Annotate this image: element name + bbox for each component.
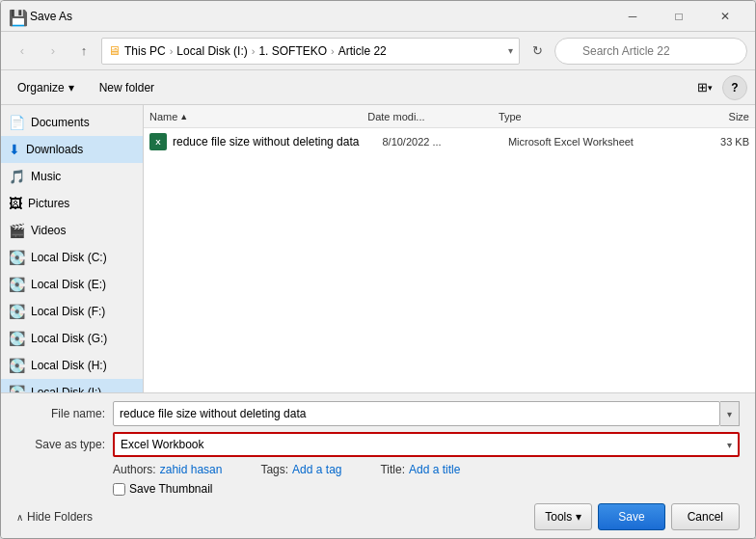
action-row: ∧ Hide Folders Tools ▾ Save Cancel: [16, 503, 740, 530]
close-button[interactable]: ✕: [703, 1, 747, 32]
organize-button[interactable]: Organize ▾: [9, 75, 83, 100]
up-button[interactable]: ↑: [70, 38, 97, 65]
sidebar-item-downloads[interactable]: ⬇ Downloads: [1, 136, 143, 163]
add-title-link[interactable]: Add a title: [409, 463, 460, 476]
organize-arrow-icon: ▾: [68, 81, 74, 94]
sidebar-label-disk-i: Local Disk (I:): [31, 386, 101, 392]
view-button[interactable]: ⊞ ▾: [691, 75, 718, 100]
toolbar: Organize ▾ New folder ⊞ ▾ ?: [1, 70, 755, 105]
forward-button[interactable]: ›: [40, 38, 67, 65]
disk-h-icon: 💽: [9, 358, 25, 373]
table-row[interactable]: X reduce file size without deleting data…: [144, 128, 755, 155]
minimize-button[interactable]: ─: [610, 1, 655, 32]
disk-g-icon: 💽: [9, 331, 25, 346]
sidebar-item-music[interactable]: 🎵 Music: [1, 163, 143, 190]
addressbar: ‹ › ↑ 🖥 This PC › Local Disk (I:) › 1. S…: [1, 32, 755, 70]
cancel-button[interactable]: Cancel: [671, 503, 740, 530]
file-size: 33 KB: [665, 136, 749, 148]
refresh-button[interactable]: ↻: [524, 38, 551, 65]
sidebar: 📄 Documents ⬇ Downloads 🎵 Music 🖼 Pictur…: [1, 105, 144, 392]
sidebar-item-disk-g[interactable]: 💽 Local Disk (G:): [1, 325, 143, 352]
documents-icon: 📄: [9, 115, 25, 130]
sidebar-item-documents[interactable]: 📄 Documents: [1, 109, 143, 136]
file-list: Name ▲ Date modi... Type Size X reduce f…: [144, 105, 755, 392]
sidebar-item-disk-i[interactable]: 💽 Local Disk (I:): [1, 379, 143, 392]
tools-arrow-icon: ▾: [576, 510, 581, 524]
action-buttons: Tools ▾ Save Cancel: [534, 503, 740, 530]
save-type-arrow-icon: ▾: [727, 440, 732, 450]
sidebar-label-disk-e: Local Disk (E:): [31, 278, 106, 291]
bottom-area: File name: ▾ Save as type: Excel Workboo…: [1, 392, 755, 538]
dialog-icon: 💾: [9, 9, 24, 24]
back-button[interactable]: ‹: [9, 38, 36, 65]
main-content: 📄 Documents ⬇ Downloads 🎵 Music 🖼 Pictur…: [1, 105, 755, 392]
help-button[interactable]: ?: [722, 75, 747, 100]
file-date: 8/10/2022 ...: [382, 136, 507, 148]
authors-value[interactable]: zahid hasan: [160, 463, 223, 476]
sidebar-label-videos: Videos: [31, 224, 66, 237]
save-type-dropdown[interactable]: Excel Workbook ▾: [113, 432, 740, 457]
sidebar-item-pictures[interactable]: 🖼 Pictures: [1, 190, 143, 217]
dialog-title: Save As: [30, 10, 610, 23]
save-type-label: Save as type:: [16, 438, 113, 451]
tools-button[interactable]: Tools ▾: [534, 503, 592, 530]
path-pc: This PC: [124, 44, 166, 58]
meta-row: Authors: zahid hasan Tags: Add a tag Tit…: [16, 463, 740, 476]
sidebar-item-disk-h[interactable]: 💽 Local Disk (H:): [1, 352, 143, 379]
file-name-input[interactable]: [113, 401, 720, 426]
sidebar-item-disk-c[interactable]: 💽 Local Disk (C:): [1, 244, 143, 271]
sidebar-label-pictures: Pictures: [28, 197, 69, 210]
titlebar-controls: ─ □ ✕: [610, 1, 747, 32]
path-folder1: 1. SOFTEKO: [258, 44, 327, 58]
hide-folders-label: Hide Folders: [27, 510, 93, 524]
file-name-dropdown-arrow[interactable]: ▾: [720, 401, 740, 426]
disk-f-icon: 💽: [9, 304, 25, 319]
sidebar-label-disk-c: Local Disk (C:): [31, 251, 107, 264]
col-date-header[interactable]: Date modi...: [367, 111, 499, 122]
file-type: Microsoft Excel Worksheet: [508, 136, 665, 148]
save-type-row: Save as type: Excel Workbook ▾: [16, 432, 740, 457]
authors-label: Authors:: [113, 463, 156, 476]
col-type-header[interactable]: Type: [499, 111, 662, 122]
help-label: ?: [731, 81, 738, 94]
path-folder2: Article 22: [338, 44, 387, 58]
hide-folders-arrow-icon: ∧: [16, 512, 23, 523]
file-name: reduce file size without deleting data: [173, 135, 382, 148]
save-button[interactable]: Save: [598, 503, 664, 530]
col-name-header[interactable]: Name ▲: [149, 111, 367, 122]
thumbnail-label: Save Thumbnail: [129, 482, 213, 496]
thumbnail-checkbox[interactable]: [113, 483, 125, 496]
new-folder-button[interactable]: New folder: [91, 75, 163, 100]
file-list-header: Name ▲ Date modi... Type Size: [144, 105, 755, 128]
music-icon: 🎵: [9, 169, 25, 184]
thumbnail-row: Save Thumbnail: [16, 482, 740, 496]
file-name-label: File name:: [16, 407, 113, 420]
sidebar-label-documents: Documents: [31, 116, 90, 129]
save-as-dialog: 💾 Save As ─ □ ✕ ‹ › ↑ 🖥 This PC › Local …: [0, 0, 756, 539]
disk-i-icon: 💽: [9, 385, 25, 392]
organize-label: Organize: [17, 81, 65, 94]
save-label: Save: [618, 510, 644, 524]
address-path[interactable]: 🖥 This PC › Local Disk (I:) › 1. SOFTEKO…: [101, 38, 520, 65]
search-input[interactable]: [554, 38, 747, 65]
sidebar-item-videos[interactable]: 🎬 Videos: [1, 217, 143, 244]
path-dropdown-arrow[interactable]: ▾: [508, 45, 513, 56]
sidebar-label-music: Music: [31, 170, 61, 183]
sidebar-label-disk-g: Local Disk (G:): [31, 332, 107, 345]
save-type-value: Excel Workbook: [121, 438, 203, 451]
sidebar-label-disk-h: Local Disk (H:): [31, 359, 107, 372]
col-size-header[interactable]: Size: [662, 111, 749, 122]
hide-folders-button[interactable]: ∧ Hide Folders: [16, 510, 93, 524]
title-label: Title:: [380, 463, 405, 476]
excel-icon: X: [149, 133, 167, 150]
sidebar-label-downloads: Downloads: [26, 143, 83, 156]
disk-c-icon: 💽: [9, 250, 25, 265]
add-tag-link[interactable]: Add a tag: [292, 463, 341, 476]
sidebar-item-disk-e[interactable]: 💽 Local Disk (E:): [1, 271, 143, 298]
maximize-button[interactable]: □: [657, 1, 701, 32]
view-icon: ⊞: [697, 80, 708, 94]
sidebar-item-disk-f[interactable]: 💽 Local Disk (F:): [1, 298, 143, 325]
path-pc-icon: 🖥: [108, 43, 121, 58]
path-sep2: ›: [252, 45, 256, 57]
file-name-row: File name: ▾: [16, 401, 740, 426]
